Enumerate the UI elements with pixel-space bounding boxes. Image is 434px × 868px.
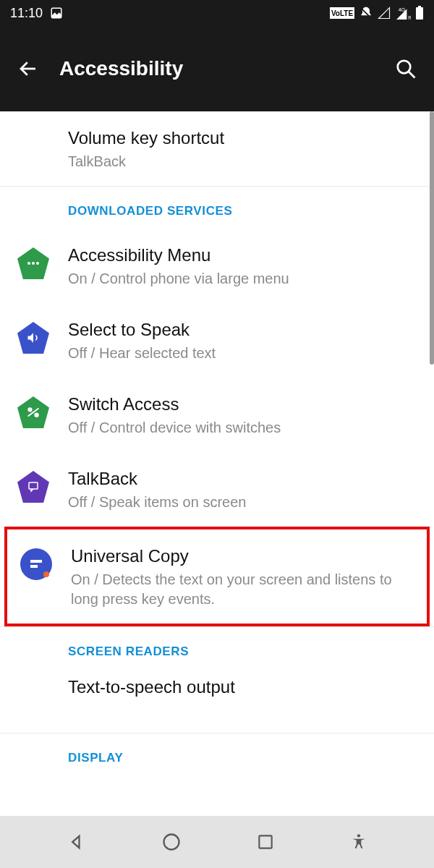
item-universal-copy[interactable]: Universal Copy On / Detects the text on … <box>7 529 427 624</box>
scrollbar[interactable] <box>430 111 434 365</box>
switch-access-icon <box>17 396 49 428</box>
nav-back-icon[interactable] <box>67 832 87 852</box>
item-volume-key-shortcut[interactable]: Volume key shortcut TalkBack <box>0 111 434 186</box>
item-subtitle: Off / Speak items on screen <box>68 493 417 512</box>
item-title: Accessibility Menu <box>68 244 417 266</box>
svg-rect-6 <box>418 6 421 7</box>
accessibility-menu-icon <box>17 247 49 279</box>
item-title: Text-to-speech output <box>68 676 417 698</box>
settings-list: Volume key shortcut TalkBack DOWNLOADED … <box>0 111 434 783</box>
svg-point-9 <box>32 262 35 265</box>
svg-rect-5 <box>416 7 423 20</box>
battery-icon <box>415 6 424 20</box>
page-title: Accessibility <box>59 57 375 80</box>
notifications-off-icon <box>359 6 373 20</box>
svg-rect-14 <box>30 560 42 563</box>
select-to-speak-icon <box>17 322 49 354</box>
svg-point-8 <box>27 262 30 265</box>
item-subtitle: Off / Hear selected text <box>68 344 417 363</box>
item-subtitle: On / Control phone via large menu <box>68 269 417 289</box>
svg-rect-13 <box>29 482 38 489</box>
item-title: Select to Speak <box>68 319 417 341</box>
section-screen-readers: SCREEN READERS <box>0 627 434 669</box>
svg-text:R: R <box>408 15 411 20</box>
item-subtitle: TalkBack <box>68 152 417 171</box>
section-display: DISPLAY <box>0 733 434 783</box>
nav-accessibility-icon[interactable] <box>349 833 368 851</box>
status-bar: 11:10 VoLTE 4GR <box>0 0 434 26</box>
signal-4g-icon: 4GR <box>395 7 411 20</box>
item-accessibility-menu[interactable]: Accessibility Menu On / Control phone vi… <box>0 229 434 303</box>
svg-text:VoLTE: VoLTE <box>331 9 354 17</box>
svg-point-11 <box>28 408 31 411</box>
section-downloaded-services: DOWNLOADED SERVICES <box>0 187 434 229</box>
item-title: Volume key shortcut <box>68 127 417 149</box>
status-time: 11:10 <box>10 6 43 21</box>
talkback-icon <box>17 471 49 503</box>
item-title: TalkBack <box>68 468 417 490</box>
item-subtitle: Off / Control device with switches <box>68 418 417 438</box>
svg-rect-15 <box>30 565 38 568</box>
nav-recent-icon[interactable] <box>256 833 275 851</box>
highlight-box: Universal Copy On / Detects the text on … <box>4 527 430 626</box>
item-talkback[interactable]: TalkBack Off / Speak items on screen <box>0 452 434 527</box>
item-text-to-speech[interactable]: Text-to-speech output <box>0 669 434 733</box>
svg-rect-17 <box>259 835 271 848</box>
svg-point-16 <box>163 835 179 850</box>
nav-home-icon[interactable] <box>161 832 182 852</box>
signal-empty-icon <box>378 7 391 20</box>
universal-copy-icon <box>20 548 52 580</box>
svg-point-10 <box>36 262 39 265</box>
svg-point-18 <box>357 834 359 837</box>
picture-icon <box>50 7 63 20</box>
item-title: Universal Copy <box>71 545 409 567</box>
item-subtitle: On / Detects the text on your screen and… <box>71 570 409 609</box>
item-title: Switch Access <box>68 393 417 415</box>
item-switch-access[interactable]: Switch Access Off / Control device with … <box>0 378 434 452</box>
volte-icon: VoLTE <box>330 7 354 19</box>
back-icon[interactable] <box>17 58 39 80</box>
svg-point-7 <box>398 61 411 74</box>
search-icon[interactable] <box>395 58 417 80</box>
app-header: Accessibility <box>0 26 434 111</box>
navigation-bar <box>0 816 434 868</box>
svg-point-12 <box>35 413 38 416</box>
item-select-to-speak[interactable]: Select to Speak Off / Hear selected text <box>0 303 434 378</box>
